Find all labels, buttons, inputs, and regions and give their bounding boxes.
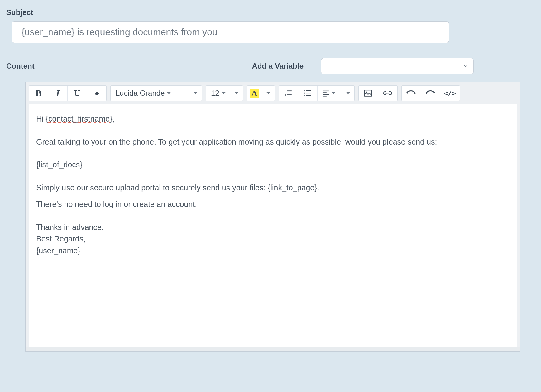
body-text: se our secure upload portal to securely … bbox=[66, 183, 319, 192]
body-text-spellmarked: contact_firstname bbox=[48, 114, 110, 123]
svg-rect-7 bbox=[306, 90, 311, 91]
variable-select[interactable] bbox=[321, 58, 474, 74]
svg-rect-5 bbox=[304, 93, 305, 94]
editor-content-area[interactable]: Hi {contact_firstname}, Great talking to… bbox=[29, 104, 517, 347]
body-text: Hi { bbox=[36, 114, 48, 123]
svg-rect-11 bbox=[323, 92, 327, 93]
svg-rect-6 bbox=[304, 95, 305, 96]
body-text: Simply u bbox=[36, 183, 66, 192]
font-family-select[interactable]: Lucida Grande bbox=[111, 86, 189, 101]
rich-text-editor: B I U Lucida Grande bbox=[25, 82, 520, 352]
undo-icon bbox=[406, 90, 416, 96]
italic-button[interactable]: I bbox=[48, 86, 68, 101]
svg-rect-8 bbox=[306, 93, 311, 93]
caret-down-icon bbox=[235, 91, 238, 95]
unordered-list-icon bbox=[304, 89, 312, 97]
source-code-button[interactable]: </> bbox=[440, 86, 460, 101]
font-size-value: 12 bbox=[211, 89, 219, 98]
body-text: There's no need to log in or create an a… bbox=[36, 199, 509, 210]
paragraph-dropdown[interactable] bbox=[342, 86, 354, 101]
font-size-dropdown[interactable] bbox=[230, 86, 243, 101]
chevron-down-icon bbox=[463, 63, 468, 69]
ordered-list-button[interactable]: 12 bbox=[279, 86, 298, 101]
clear-format-button[interactable] bbox=[87, 86, 106, 101]
content-label: Content bbox=[6, 62, 35, 70]
text-color-button[interactable]: A bbox=[247, 86, 262, 101]
undo-button[interactable] bbox=[402, 86, 421, 101]
font-family-dropdown[interactable] bbox=[189, 86, 202, 101]
caret-down-icon bbox=[332, 92, 335, 95]
redo-icon bbox=[426, 90, 435, 96]
body-text: {list_of_docs} bbox=[36, 159, 509, 170]
link-icon bbox=[383, 90, 392, 96]
subject-label: Subject bbox=[6, 8, 535, 17]
caret-down-icon bbox=[167, 91, 171, 95]
svg-text:2: 2 bbox=[285, 93, 286, 96]
ordered-list-icon: 12 bbox=[284, 89, 292, 97]
align-button[interactable] bbox=[318, 86, 342, 101]
font-family-value: Lucida Grande bbox=[116, 89, 165, 98]
caret-down-icon bbox=[266, 91, 270, 95]
body-text: {user_name} bbox=[36, 245, 509, 256]
svg-rect-3 bbox=[287, 94, 292, 95]
bold-button[interactable]: B bbox=[29, 86, 48, 101]
text-color-icon: A bbox=[250, 89, 259, 98]
text-color-dropdown[interactable] bbox=[262, 86, 275, 101]
insert-link-button[interactable] bbox=[378, 86, 397, 101]
add-variable-label: Add a Variable bbox=[252, 62, 304, 70]
svg-text:1: 1 bbox=[285, 90, 286, 93]
insert-image-button[interactable] bbox=[359, 86, 378, 101]
body-text: Thanks in advance. bbox=[36, 222, 509, 233]
body-text: Great talking to your on the phone. To g… bbox=[36, 136, 509, 148]
editor-resize-handle[interactable] bbox=[26, 347, 520, 351]
editor-toolbar: B I U Lucida Grande bbox=[26, 82, 520, 104]
unordered-list-button[interactable] bbox=[298, 86, 318, 101]
svg-rect-10 bbox=[323, 91, 329, 91]
caret-down-icon bbox=[194, 91, 197, 95]
align-left-icon bbox=[323, 90, 329, 97]
caret-down-icon bbox=[346, 91, 350, 95]
svg-rect-2 bbox=[287, 90, 292, 91]
svg-rect-12 bbox=[323, 94, 329, 95]
svg-rect-9 bbox=[306, 95, 311, 96]
svg-rect-4 bbox=[304, 90, 305, 91]
body-text: Best Regards, bbox=[36, 233, 509, 245]
redo-button[interactable] bbox=[421, 86, 440, 101]
image-icon bbox=[364, 90, 372, 97]
subject-input[interactable] bbox=[12, 21, 449, 43]
svg-rect-13 bbox=[323, 96, 327, 96]
svg-rect-14 bbox=[364, 90, 372, 96]
grip-icon bbox=[264, 349, 281, 350]
underline-button[interactable]: U bbox=[68, 86, 87, 101]
body-text: }, bbox=[110, 114, 114, 123]
font-size-select[interactable]: 12 bbox=[206, 86, 230, 101]
eraser-icon bbox=[93, 89, 100, 97]
caret-down-icon bbox=[222, 91, 226, 95]
